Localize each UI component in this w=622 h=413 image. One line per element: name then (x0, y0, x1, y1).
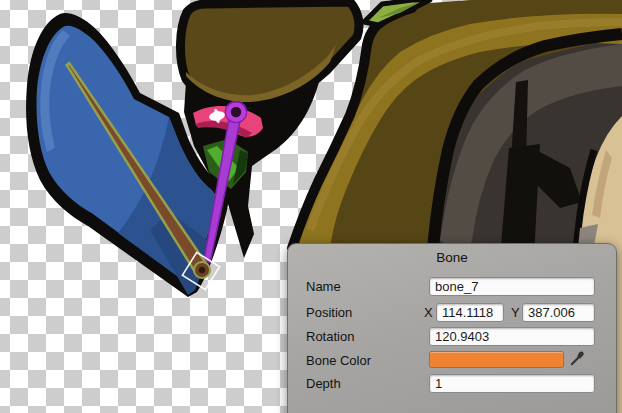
selected-bone-origin-dot (199, 267, 205, 273)
screenshot-root: { "panel": { "title": "Bone", "name_fiel… (0, 0, 622, 413)
eyedropper-icon[interactable] (569, 349, 587, 367)
name-label: Name (306, 277, 341, 296)
position-y-label: Y (511, 303, 520, 322)
purple-bone-origin-ring[interactable] (229, 105, 244, 120)
name-input[interactable]: bone_7 (429, 277, 595, 296)
panel-title: Bone (288, 250, 616, 265)
position-y-input[interactable]: 387.006 (522, 303, 595, 322)
rotation-input[interactable]: 120.9403 (429, 327, 595, 346)
position-label: Position (306, 303, 352, 322)
bone-color-label: Bone Color (306, 351, 371, 370)
depth-label: Depth (306, 374, 341, 393)
position-x-input[interactable]: 114.1118 (436, 303, 504, 322)
position-x-label: X (424, 303, 433, 322)
depth-input[interactable]: 1 (429, 374, 595, 393)
bone-properties-panel: Bone Name bone_7 Position X 114.1118 Y 3… (287, 243, 617, 413)
rotation-label: Rotation (306, 327, 354, 346)
bone-color-swatch[interactable] (429, 351, 564, 368)
